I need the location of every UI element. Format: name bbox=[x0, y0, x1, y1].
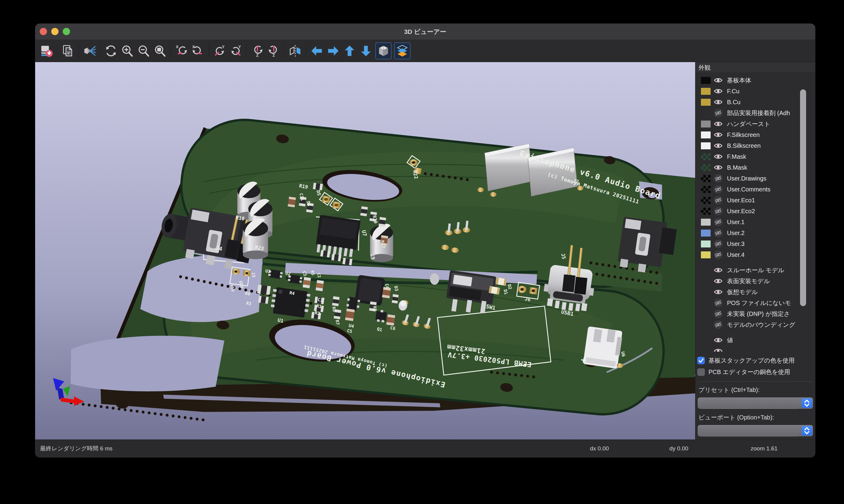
layer-row[interactable]: User.Eco2 bbox=[695, 206, 815, 217]
layer-row[interactable]: F.Cu bbox=[695, 86, 815, 96]
visibility-eye-icon[interactable] bbox=[713, 152, 723, 161]
rotate-y-cw-button[interactable]: Y bbox=[228, 42, 244, 59]
visibility-eye-icon[interactable] bbox=[713, 250, 723, 259]
visibility-eye-icon[interactable] bbox=[713, 266, 723, 275]
layer-color-swatch[interactable] bbox=[701, 99, 711, 106]
visibility-eye-icon[interactable] bbox=[713, 217, 723, 227]
layer-color-swatch[interactable] bbox=[701, 208, 711, 215]
visibility-eye-icon[interactable] bbox=[713, 97, 723, 107]
flip-board-button[interactable] bbox=[287, 42, 304, 59]
layer-row[interactable]: POS ファイルにないモ bbox=[695, 298, 815, 308]
zoom-out-button[interactable] bbox=[136, 42, 152, 59]
rotate-x-cw-button[interactable]: X bbox=[190, 42, 206, 59]
visibility-eye-icon[interactable] bbox=[713, 320, 723, 329]
layer-row[interactable]: B.Mask bbox=[695, 162, 815, 173]
layer-color-swatch[interactable] bbox=[701, 230, 711, 237]
svg-text:D5: D5 bbox=[315, 190, 322, 196]
visibility-eye-icon[interactable] bbox=[713, 130, 723, 139]
layer-list[interactable]: 基板本体 F.Cu B.Cu 部品実装用接着剤 (Adh ハンダペースト bbox=[695, 73, 815, 352]
visibility-eye-icon[interactable] bbox=[713, 206, 723, 216]
visibility-eye-icon[interactable] bbox=[713, 163, 723, 172]
layer-row[interactable]: 未実装 (DNP) が指定さ bbox=[695, 308, 815, 319]
visibility-eye-icon[interactable] bbox=[713, 174, 723, 183]
checkbox[interactable] bbox=[697, 357, 705, 364]
rotate-y-ccw-button[interactable]: Y bbox=[211, 42, 228, 59]
visibility-eye-icon[interactable] bbox=[713, 346, 723, 352]
layer-color-swatch[interactable] bbox=[701, 219, 711, 226]
visibility-eye-icon[interactable] bbox=[713, 276, 723, 286]
layer-row[interactable]: 表面実装モデル bbox=[695, 276, 815, 287]
layer-color-swatch[interactable] bbox=[701, 175, 711, 182]
visibility-eye-icon[interactable] bbox=[713, 108, 723, 118]
visibility-eye-icon[interactable] bbox=[713, 141, 723, 150]
layer-row[interactable]: B.Silkscreen bbox=[695, 140, 815, 151]
visibility-eye-icon[interactable] bbox=[713, 336, 723, 345]
svg-text:X: X bbox=[176, 45, 178, 49]
layer-row[interactable]: 仮想モデル bbox=[695, 287, 815, 298]
layer-row[interactable]: 部品実装用接着剤 (Adh bbox=[695, 108, 815, 119]
rotate-z-ccw-button[interactable]: Z bbox=[249, 42, 265, 59]
layer-row[interactable]: スルーホール モデル bbox=[695, 265, 815, 276]
option-checkbox-row[interactable]: PCB エディターの銅色を使用 bbox=[697, 367, 813, 377]
visibility-eye-icon[interactable] bbox=[713, 76, 723, 85]
rotate-z-cw-button[interactable]: Z bbox=[265, 42, 282, 59]
visibility-eye-icon[interactable] bbox=[713, 228, 723, 237]
appearance-layers-button[interactable] bbox=[394, 42, 411, 59]
layer-row[interactable]: ハンダペースト bbox=[695, 119, 815, 129]
visibility-eye-icon[interactable] bbox=[713, 185, 723, 194]
pan-left-button[interactable] bbox=[309, 42, 325, 59]
zoom-in-button[interactable] bbox=[119, 42, 136, 59]
visibility-eye-icon[interactable] bbox=[713, 119, 723, 128]
layer-color-swatch[interactable] bbox=[701, 77, 711, 84]
redraw-button[interactable] bbox=[103, 42, 119, 59]
layer-row[interactable]: User.2 bbox=[695, 228, 815, 238]
layer-row[interactable]: User.Eco1 bbox=[695, 195, 815, 206]
layer-row[interactable]: 基板本体 bbox=[695, 75, 815, 86]
pan-down-button[interactable] bbox=[358, 42, 374, 59]
layer-color-swatch[interactable] bbox=[701, 153, 711, 160]
orthographic-projection-button[interactable] bbox=[375, 42, 392, 59]
reload-board-button[interactable] bbox=[38, 42, 55, 59]
layer-row[interactable]: User.Drawings bbox=[695, 173, 815, 184]
option-checkbox-row[interactable]: 基板スタックアップの色を使用 bbox=[697, 356, 813, 365]
layer-row[interactable] bbox=[695, 346, 815, 352]
layer-row[interactable]: User.Comments bbox=[695, 184, 815, 195]
layer-color-swatch[interactable] bbox=[701, 142, 711, 149]
visibility-eye-icon[interactable] bbox=[713, 196, 723, 205]
titlebar[interactable]: 3D ビューアー bbox=[35, 24, 815, 40]
layer-row[interactable]: F.Mask bbox=[695, 151, 815, 162]
select-stepper-icon[interactable] bbox=[802, 398, 812, 408]
checkbox[interactable] bbox=[697, 368, 705, 376]
visibility-eye-icon[interactable] bbox=[713, 239, 723, 248]
preset-select[interactable] bbox=[697, 397, 813, 409]
layer-row[interactable]: 値 bbox=[695, 335, 815, 346]
raytracing-toggle-button[interactable] bbox=[81, 42, 98, 59]
layer-row[interactable]: B.Cu bbox=[695, 96, 815, 108]
copy-image-button[interactable] bbox=[60, 42, 76, 59]
visibility-eye-icon[interactable] bbox=[713, 309, 723, 318]
select-stepper-icon[interactable] bbox=[802, 426, 812, 435]
layer-row[interactable]: User.1 bbox=[695, 217, 815, 228]
layer-color-swatch[interactable] bbox=[701, 197, 711, 204]
layer-color-swatch[interactable] bbox=[701, 251, 711, 258]
layer-color-swatch[interactable] bbox=[701, 164, 711, 171]
layer-color-swatch[interactable] bbox=[701, 240, 711, 248]
layer-color-swatch[interactable] bbox=[701, 131, 711, 139]
zoom-fit-button[interactable] bbox=[152, 42, 168, 59]
rotate-x-ccw-button[interactable]: X bbox=[173, 42, 190, 59]
layer-color-swatch[interactable] bbox=[701, 186, 711, 193]
3d-viewport[interactable]: Exidiophone v6.0 Audio Board(c) Tomoya M… bbox=[35, 62, 695, 440]
visibility-eye-icon[interactable] bbox=[713, 87, 723, 96]
pan-right-button[interactable] bbox=[325, 42, 341, 59]
layer-row[interactable]: モデルのバウンディング bbox=[695, 319, 815, 330]
visibility-eye-icon[interactable] bbox=[713, 298, 723, 307]
layer-row[interactable]: F.Silkscreen bbox=[695, 129, 815, 140]
layer-color-swatch[interactable] bbox=[701, 88, 711, 95]
visibility-eye-icon[interactable] bbox=[713, 287, 723, 296]
viewport-select[interactable] bbox=[697, 425, 813, 437]
pan-up-button[interactable] bbox=[341, 42, 358, 59]
scrollbar-thumb[interactable] bbox=[800, 89, 806, 306]
layer-row[interactable]: User.3 bbox=[695, 238, 815, 249]
layer-color-swatch[interactable] bbox=[701, 121, 711, 127]
layer-row[interactable]: User.4 bbox=[695, 249, 815, 260]
